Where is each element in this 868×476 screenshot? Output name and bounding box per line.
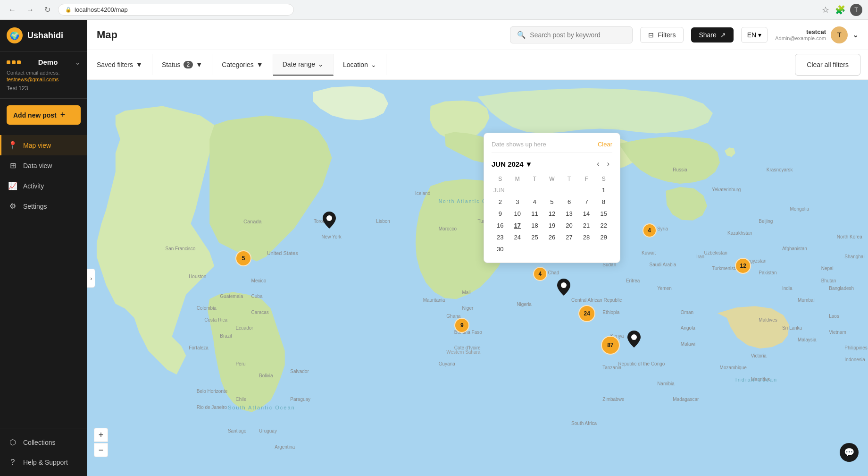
user-info: testcat Admin@example.com (775, 28, 826, 41)
status-dropdown[interactable]: Status 2 ▼ (152, 54, 212, 75)
cal-day-14[interactable]: 14 (578, 208, 595, 220)
cal-day-3[interactable]: 3 (509, 196, 526, 208)
zoom-in-button[interactable]: + (94, 428, 108, 442)
location-dropdown[interactable]: Location ⌄ (334, 54, 386, 75)
bookmark-button[interactable]: ☆ (821, 4, 830, 16)
map-pin-usa[interactable] (323, 212, 336, 230)
contact-email[interactable]: testnews@gmail.coms (7, 76, 81, 82)
help-icon: ? (8, 458, 17, 467)
chat-bubble-button[interactable]: 💬 (840, 443, 859, 462)
sidebar-item-label-activity: Activity (23, 182, 44, 190)
user-section[interactable]: testcat Admin@example.com T ⌄ (775, 26, 859, 43)
page-title: Map (97, 29, 117, 41)
cluster-marker-5[interactable]: 5 (235, 250, 251, 266)
calendar-clear-link[interactable]: Clear (598, 141, 612, 148)
search-input[interactable] (530, 31, 626, 39)
cluster-marker-9[interactable]: 9 (454, 318, 469, 333)
categories-label: Categories (222, 61, 254, 68)
demo-chevron-icon[interactable]: ⌄ (75, 59, 81, 66)
cluster-marker-87[interactable]: 87 (601, 336, 620, 355)
sidebar-item-label-map-view: Map view (23, 142, 51, 149)
sidebar-item-help-support[interactable]: ? Help & Support (0, 452, 87, 472)
sidebar-toggle-icon: › (90, 274, 92, 281)
saved-filters-dropdown[interactable]: Saved filters ▼ (87, 54, 152, 75)
refresh-button[interactable]: ↻ (42, 4, 53, 15)
cal-day-28[interactable]: 28 (578, 231, 595, 243)
cluster-marker-4-africa[interactable]: 4 (533, 267, 547, 281)
sidebar-item-activity[interactable]: 📈 Activity (0, 176, 87, 196)
cal-day-18[interactable]: 18 (526, 220, 543, 231)
back-button[interactable]: ← (6, 5, 19, 15)
cluster-marker-12[interactable]: 12 (735, 258, 751, 274)
map-background (87, 80, 868, 476)
sidebar-toggle-button[interactable]: › (87, 268, 95, 288)
extensions-button[interactable]: 🧩 (834, 4, 846, 16)
cal-day-16[interactable]: 16 (492, 220, 509, 231)
sidebar-item-settings[interactable]: ⚙ Settings (0, 196, 87, 216)
clear-all-filters-button[interactable]: Clear all filters (795, 54, 860, 76)
cal-day-20[interactable]: 20 (560, 220, 578, 231)
browser-profile-avatar[interactable]: T (850, 4, 862, 16)
cal-day-23[interactable]: 23 (492, 231, 509, 243)
url-bar[interactable]: 🔒 localhost:4200/map (58, 4, 294, 16)
test-text: Test 123 (7, 85, 81, 92)
map-container[interactable]: Canada United States Russia Algeria Moro… (87, 80, 868, 476)
collections-icon: ⬡ (8, 438, 17, 447)
cal-day-24[interactable]: 24 (509, 231, 526, 243)
cal-day (526, 184, 543, 196)
cal-day-1[interactable]: 1 (595, 184, 612, 196)
add-new-post-button[interactable]: Add new post + (7, 105, 81, 125)
cal-day-21[interactable]: 21 (578, 220, 595, 231)
cal-day-5[interactable]: 5 (543, 196, 561, 208)
sidebar-item-map-view[interactable]: 📍 Map view (0, 135, 87, 155)
cal-day-11[interactable]: 11 (526, 208, 543, 220)
cal-day-6[interactable]: 6 (560, 196, 578, 208)
cal-day-13[interactable]: 13 (560, 208, 578, 220)
logo-icon: 🌍 (7, 27, 23, 43)
cal-day-8[interactable]: 8 (595, 196, 612, 208)
filters-button[interactable]: ⊟ Filters (640, 27, 684, 43)
calendar-week-4: 23 24 25 26 27 28 29 (492, 231, 612, 243)
sidebar-item-data-view[interactable]: ⊞ Data view (0, 155, 87, 176)
svg-point-1 (326, 215, 332, 221)
cal-day-15[interactable]: 15 (595, 208, 612, 220)
forward-button[interactable]: → (24, 5, 37, 15)
map-pin-east-africa[interactable] (627, 331, 641, 349)
sidebar-bottom-nav: ⬡ Collections ? Help & Support (0, 428, 87, 476)
cal-day-4[interactable]: 4 (526, 196, 543, 208)
cal-day-7[interactable]: 7 (578, 196, 595, 208)
avatar-initial: T (837, 31, 841, 39)
cluster-marker-4-asia[interactable]: 4 (643, 223, 657, 238)
calendar-week-0: JUN 1 (492, 184, 612, 196)
share-button[interactable]: Share ↗ (691, 27, 733, 42)
cal-day-17-today[interactable]: 17 (509, 220, 526, 231)
cal-day-9[interactable]: 9 (492, 208, 509, 220)
cal-day-27[interactable]: 27 (560, 231, 578, 243)
saved-filters-chevron-icon: ▼ (136, 61, 142, 68)
lock-icon: 🔒 (65, 7, 72, 13)
cal-day-30[interactable]: 30 (492, 243, 509, 255)
calendar-next-button[interactable]: › (604, 159, 612, 169)
cluster-marker-24[interactable]: 24 (578, 305, 595, 322)
calendar-month-chevron-icon: ▼ (526, 160, 533, 168)
language-button[interactable]: EN ▾ (741, 27, 768, 43)
sidebar-item-collections[interactable]: ⬡ Collections (0, 432, 87, 452)
month-year-text: JUN 2024 (492, 160, 524, 168)
cal-day-25[interactable]: 25 (526, 231, 543, 243)
date-range-dropdown[interactable]: Date range ⌄ (273, 54, 334, 76)
search-box[interactable]: 🔍 (510, 26, 633, 43)
user-avatar[interactable]: T (831, 26, 848, 43)
cal-day-2[interactable]: 2 (492, 196, 509, 208)
col-header-t2: T (560, 174, 578, 184)
cal-day-12[interactable]: 12 (543, 208, 561, 220)
calendar-prev-button[interactable]: ‹ (594, 159, 602, 169)
cal-day-29[interactable]: 29 (595, 231, 612, 243)
cal-day-22[interactable]: 22 (595, 220, 612, 231)
map-pin-africa[interactable] (557, 279, 570, 298)
demo-badge (7, 60, 21, 64)
cal-day-26[interactable]: 26 (543, 231, 561, 243)
cal-day-19[interactable]: 19 (543, 220, 561, 231)
cal-day-10[interactable]: 10 (509, 208, 526, 220)
categories-dropdown[interactable]: Categories ▼ (212, 54, 273, 75)
zoom-out-button[interactable]: − (94, 443, 108, 457)
